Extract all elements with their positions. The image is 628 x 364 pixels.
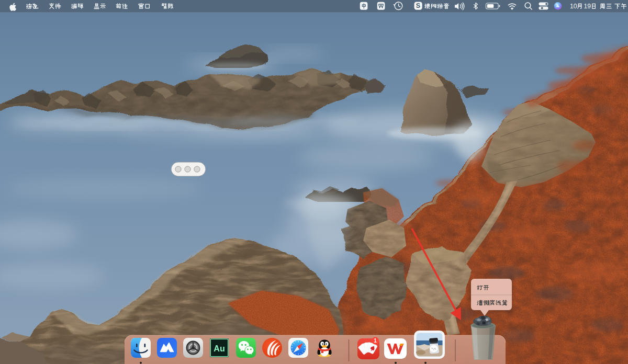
svg-text:1: 1: [374, 338, 377, 344]
svg-text:S: S: [416, 2, 420, 9]
svg-text:19: 19: [584, 3, 591, 10]
svg-text:Au: Au: [214, 344, 225, 353]
svg-text:10: 10: [570, 3, 577, 10]
